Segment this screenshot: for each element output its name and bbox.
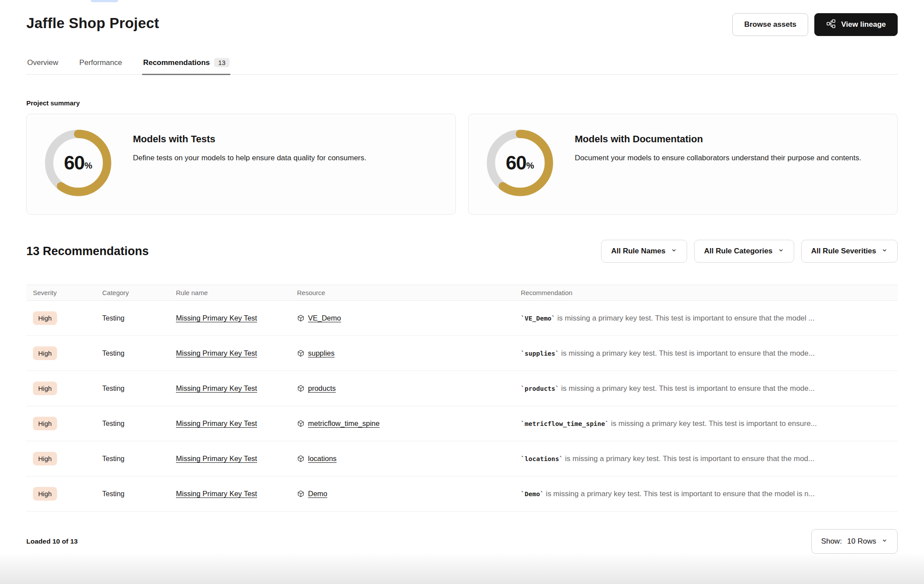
tab-performance[interactable]: Performance [79, 58, 123, 75]
rule-categories-filter[interactable]: All Rule Categories [694, 240, 794, 263]
page-header: Jaffle Shop Project Browse assets View l… [26, 0, 898, 36]
severity-badge: High [33, 346, 57, 360]
view-lineage-button[interactable]: View lineage [814, 13, 898, 36]
severity-badge: High [33, 417, 57, 430]
recommendation-row: HighTestingMissing Primary Key Testprodu… [26, 371, 898, 406]
column-category: Category [96, 285, 169, 301]
models-with-docs-card: 60 % Models with Documentation Document … [468, 114, 898, 215]
table-footer: Loaded 10 of 13 Show: 10 Rows [26, 529, 898, 554]
resource-link[interactable]: locations [308, 454, 337, 463]
rule-names-filter-label: All Rule Names [611, 247, 666, 256]
model-cube-icon [297, 490, 304, 497]
tests-percent: 60 [64, 152, 85, 174]
tab-bar: Overview Performance Recommendations 13 [26, 58, 898, 75]
resource-link[interactable]: metricflow_time_spine [308, 419, 380, 428]
model-cube-icon [297, 314, 304, 322]
chevron-down-icon [671, 247, 677, 256]
project-page: Jaffle Shop Project Browse assets View l… [0, 0, 924, 554]
model-cube-icon [297, 420, 304, 427]
column-severity: Severity [26, 285, 96, 301]
resource-link[interactable]: VE_Demo [308, 314, 341, 322]
category-text: Testing [102, 420, 125, 427]
resource-code: `supplies` [521, 350, 559, 357]
tests-card-description: Define tests on your models to help ensu… [133, 153, 366, 164]
show-label: Show: [821, 537, 842, 546]
category-text: Testing [102, 490, 125, 497]
severity-badge: High [33, 311, 57, 325]
recommendation-text: `VE_Demo` is missing a primary key test.… [521, 314, 815, 322]
recommendation-row: HighTestingMissing Primary Key TestVE_De… [26, 301, 898, 336]
recommendation-text: `locations` is missing a primary key tes… [521, 454, 814, 463]
tab-overview-label: Overview [27, 58, 58, 67]
model-cube-icon [297, 385, 304, 392]
recommendation-text: `Demo` is missing a primary key test. Th… [521, 490, 815, 498]
rule-names-filter[interactable]: All Rule Names [601, 240, 687, 263]
tab-performance-label: Performance [79, 58, 122, 67]
top-blue-indicator [91, 0, 118, 2]
tab-overview[interactable]: Overview [26, 58, 59, 75]
rows-per-page-dropdown[interactable]: Show: 10 Rows [811, 529, 898, 554]
recommendation-message: is missing a primary key test. This test… [563, 454, 814, 463]
severity-badge: High [33, 452, 57, 465]
recommendations-heading: 13 Recommendations [26, 245, 149, 258]
model-cube-icon [297, 455, 304, 462]
browse-assets-label: Browse assets [744, 20, 796, 29]
docs-donut-chart: 60 % [485, 128, 555, 198]
recommendations-table: Severity Category Rule name Resource Rec… [26, 285, 898, 512]
rule-name-link[interactable]: Missing Primary Key Test [176, 314, 257, 322]
resource-code: `products` [521, 385, 559, 392]
rule-name-link[interactable]: Missing Primary Key Test [176, 490, 257, 497]
docs-card-description: Document your models to ensure collabora… [575, 153, 861, 164]
docs-donut-value: 60 % [485, 128, 555, 198]
resource-code: `locations` [521, 455, 563, 462]
table-header-row: Severity Category Rule name Resource Rec… [26, 285, 898, 301]
resource-link[interactable]: supplies [308, 349, 335, 357]
chevron-down-icon [881, 247, 888, 256]
chevron-down-icon [778, 247, 784, 256]
tests-card-title: Models with Tests [133, 133, 366, 145]
recommendation-text: `products` is missing a primary key test… [521, 384, 815, 393]
tests-donut-chart: 60 % [43, 128, 113, 198]
view-lineage-label: View lineage [841, 20, 886, 29]
tests-card-body: Models with Tests Define tests on your m… [133, 128, 366, 164]
models-with-tests-card: 60 % Models with Tests Define tests on y… [26, 114, 456, 215]
docs-percent-unit: % [526, 161, 534, 174]
model-cube-icon [297, 350, 304, 357]
browse-assets-button[interactable]: Browse assets [732, 13, 808, 36]
tests-donut-value: 60 % [43, 128, 113, 198]
category-text: Testing [102, 385, 125, 392]
recommendation-message: is missing a primary key test. This test… [544, 490, 815, 498]
loaded-status: Loaded 10 of 13 [26, 537, 78, 545]
rule-name-link[interactable]: Missing Primary Key Test [176, 349, 257, 357]
tab-recommendations[interactable]: Recommendations 13 [142, 58, 230, 75]
resource-link[interactable]: Demo [308, 490, 327, 498]
chevron-down-icon [881, 537, 888, 546]
category-text: Testing [102, 314, 125, 322]
resource-link[interactable]: products [308, 384, 336, 393]
rule-name-link[interactable]: Missing Primary Key Test [176, 454, 257, 462]
recommendation-row: HighTestingMissing Primary Key Testsuppl… [26, 336, 898, 371]
resource-code: `Demo` [521, 490, 544, 497]
rule-severities-filter-label: All Rule Severities [811, 247, 876, 256]
summary-cards: 60 % Models with Tests Define tests on y… [26, 114, 898, 215]
rule-name-link[interactable]: Missing Primary Key Test [176, 419, 257, 427]
recommendation-message: is missing a primary key test. This test… [555, 314, 815, 322]
resource-code: `metricflow_time_spine` [521, 420, 609, 427]
show-value: 10 Rows [847, 537, 876, 546]
recommendation-row: HighTestingMissing Primary Key Testmetri… [26, 406, 898, 441]
header-actions: Browse assets View lineage [732, 13, 898, 36]
category-text: Testing [102, 350, 125, 357]
rule-name-link[interactable]: Missing Primary Key Test [176, 384, 257, 392]
resource-code: `VE_Demo` [521, 315, 555, 322]
tab-recommendations-label: Recommendations [143, 58, 210, 67]
project-summary-label: Project summary [26, 99, 898, 107]
column-rule-name: Rule name [169, 285, 290, 301]
rule-severities-filter[interactable]: All Rule Severities [801, 240, 898, 263]
lineage-icon [826, 19, 836, 31]
column-resource: Resource [290, 285, 514, 301]
category-text: Testing [102, 455, 125, 462]
page-title: Jaffle Shop Project [26, 13, 159, 32]
severity-badge: High [33, 487, 57, 501]
recommendation-text: `metricflow_time_spine` is missing a pri… [521, 419, 817, 428]
recommendations-header: 13 Recommendations All Rule Names All Ru… [26, 240, 898, 263]
